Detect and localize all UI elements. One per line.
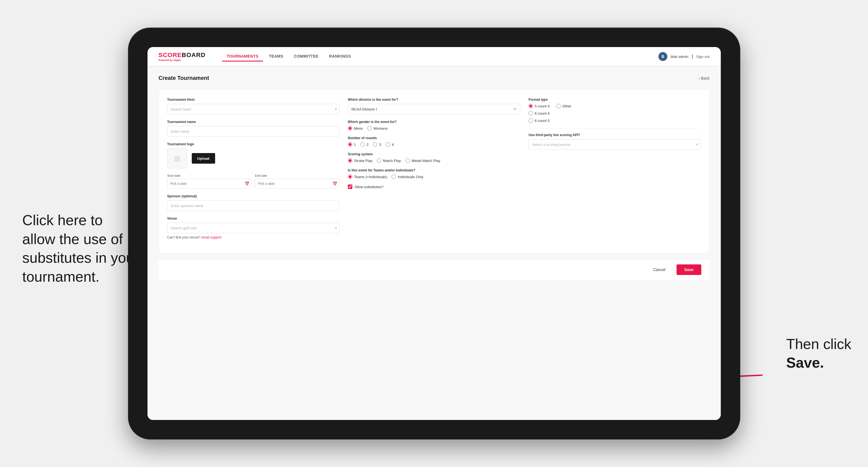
logo-area: SCOREBOARD Powered by clippd	[159, 52, 206, 62]
rounds-4-item: 4	[386, 142, 394, 147]
rounds-3-radio[interactable]	[373, 142, 377, 147]
nav-rankings[interactable]: RANKINGS	[325, 52, 356, 62]
rounds-1-radio[interactable]	[348, 142, 352, 147]
gender-womens-item: Womens	[367, 126, 388, 130]
logo-text-score: SCORE	[159, 52, 182, 58]
gender-womens-radio[interactable]	[367, 126, 372, 130]
format-6count4-label: 6 count 4	[535, 111, 550, 116]
main-content: Create Tournament ‹ Back Tournament Host	[148, 66, 721, 420]
nav-signout[interactable]: Sign out	[696, 55, 710, 59]
date-row: Start date 📅 End date	[167, 174, 340, 189]
format-6count5-label: 6 count 5	[535, 119, 550, 123]
format-6count5-item: 6 count 5	[528, 118, 701, 123]
third-party-group: Use third-party live scoring API? Select…	[528, 133, 701, 150]
division-group: Which division is the event for? NCAA Di…	[348, 98, 520, 114]
allow-substitutes-checkbox[interactable]	[348, 185, 352, 189]
teams-plus-radio[interactable]	[348, 175, 352, 179]
teams-radio-group: Teams (+Individuals) Individuals Only	[348, 175, 520, 179]
footer-bar: Cancel Save	[159, 259, 710, 280]
search-icon: ▾	[335, 107, 337, 111]
form-container: Tournament Host ▾ Tournament name Tourna	[159, 89, 710, 253]
individuals-only-item: Individuals Only	[392, 175, 423, 179]
venue-select[interactable]: Search golf club	[167, 223, 340, 233]
end-date-wrapper: 📅	[255, 179, 340, 189]
teams-individuals-group: Is this event for Teams and/or Individua…	[348, 168, 520, 179]
cancel-button[interactable]: Cancel	[647, 264, 672, 275]
sponsor-group: Sponsor (optional)	[167, 194, 340, 211]
rounds-group: Number of rounds 1 2	[348, 136, 520, 147]
form-column-right: Format type 5 count 4 Other	[528, 98, 701, 245]
sponsor-input[interactable]	[167, 200, 340, 211]
section-divider	[528, 128, 701, 129]
teams-plus-label: Teams (+Individuals)	[354, 175, 388, 179]
format-5count4-radio[interactable]	[528, 104, 533, 108]
sponsor-label: Sponsor (optional)	[167, 194, 340, 198]
save-button[interactable]: Save	[677, 264, 701, 275]
email-support-link[interactable]: email support	[202, 236, 221, 239]
individuals-only-label: Individuals Only	[398, 175, 423, 179]
format-6count5-radio[interactable]	[528, 118, 533, 123]
tournament-logo-group: Tournament logo ⊞ Upload	[167, 142, 340, 168]
nav-teams[interactable]: TEAMS	[265, 52, 288, 62]
division-select[interactable]: NCAA Division I NCAA Division II NCAA Di…	[348, 104, 520, 114]
tournament-host-label: Tournament Host	[167, 98, 340, 101]
allow-substitutes-item: Allow substitutes?	[348, 185, 520, 189]
scoring-system-group: Scoring system Stroke Play Match Play	[348, 152, 520, 163]
venue-group: Venue Search golf club ▾ Can't find your…	[167, 217, 340, 239]
format-type-label: Format type	[528, 98, 701, 101]
start-date-wrapper: 📅	[167, 179, 252, 189]
rounds-2-radio[interactable]	[361, 142, 365, 147]
upload-button[interactable]: Upload	[192, 153, 215, 164]
form-column-left: Tournament Host ▾ Tournament name Tourna	[167, 98, 340, 245]
format-options: 5 count 4 Other 6 count 4	[528, 104, 701, 123]
gender-womens-label: Womens	[373, 126, 388, 130]
format-6count4-item: 6 count 4	[528, 111, 701, 116]
rounds-label: Number of rounds	[348, 136, 520, 140]
nav-committee[interactable]: COMMITTEE	[289, 52, 323, 62]
rounds-3-item: 3	[373, 142, 381, 147]
annotation-left: Click here to allow the use of substitut…	[22, 211, 139, 286]
teams-individuals-label: Is this event for Teams and/or Individua…	[348, 168, 520, 172]
tournament-name-input[interactable]	[167, 126, 340, 137]
calendar-icon-end: 📅	[333, 182, 337, 186]
scoring-select-wrapper: Select a scoring service ▾	[528, 139, 701, 150]
scoring-medal-radio[interactable]	[405, 158, 410, 163]
gender-mens-radio[interactable]	[348, 126, 352, 130]
scoring-match-radio[interactable]	[377, 158, 381, 163]
scoring-radio-group: Stroke Play Match Play Medal Match Play	[348, 158, 520, 163]
rounds-2-label: 2	[367, 143, 368, 147]
navbar: SCOREBOARD Powered by clippd TOURNAMENTS…	[148, 47, 721, 66]
rounds-2-item: 2	[361, 142, 368, 147]
form-column-middle: Which division is the event for? NCAA Di…	[348, 98, 520, 245]
nav-links: TOURNAMENTS TEAMS COMMITTEE RANKINGS	[222, 52, 647, 62]
tournament-host-input[interactable]	[167, 104, 340, 114]
calendar-icon-start: 📅	[245, 182, 249, 186]
gender-group: Which gender is the event for? Mens Wome…	[348, 120, 520, 130]
back-button[interactable]: ‹ Back	[699, 76, 710, 81]
nav-separator: |	[692, 54, 693, 59]
date-group: Start date 📅 End date	[167, 174, 340, 189]
format-other-radio[interactable]	[556, 104, 561, 108]
start-date-label: Start date	[167, 174, 252, 177]
scoring-service-select[interactable]: Select a scoring service	[528, 139, 701, 150]
logo-placeholder: ⊞	[167, 148, 187, 168]
format-6count4-radio[interactable]	[528, 111, 533, 116]
venue-hint: Can't find your venue? email support	[167, 236, 340, 239]
page-title: Create Tournament	[159, 75, 209, 81]
division-label: Which division is the event for?	[348, 98, 520, 101]
logo-scoreboard: SCOREBOARD	[159, 52, 206, 59]
scoring-stroke-label: Stroke Play	[354, 159, 372, 163]
start-date-input[interactable]	[167, 179, 252, 189]
tournament-name-label: Tournament name	[167, 120, 340, 124]
scoring-match-label: Match Play	[383, 159, 401, 163]
rounds-4-radio[interactable]	[386, 142, 390, 147]
individuals-only-radio[interactable]	[392, 175, 396, 179]
allow-substitutes-group: Allow substitutes?	[348, 185, 520, 189]
format-5count4-label: 5 count 4	[535, 104, 550, 108]
scoring-stroke-radio[interactable]	[348, 158, 352, 163]
tablet-screen: SCOREBOARD Powered by clippd TOURNAMENTS…	[148, 47, 721, 420]
annotation-right: Then click Save.	[786, 335, 851, 372]
page-header: Create Tournament ‹ Back	[159, 75, 710, 81]
nav-tournaments[interactable]: TOURNAMENTS	[222, 52, 263, 62]
end-date-input[interactable]	[255, 179, 340, 189]
